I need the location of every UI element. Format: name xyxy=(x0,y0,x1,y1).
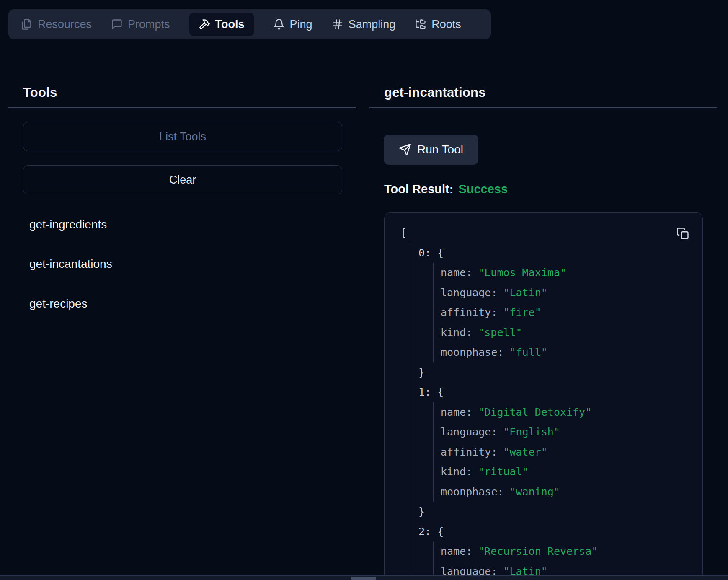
message-square-icon xyxy=(111,18,123,30)
json-key: name: xyxy=(441,267,472,279)
tab-prompts[interactable]: Prompts xyxy=(111,18,170,31)
send-icon xyxy=(399,143,411,156)
list-tools-button[interactable]: List Tools xyxy=(23,122,342,151)
tab-tools[interactable]: Tools xyxy=(189,13,254,36)
json-value: "Latin" xyxy=(503,287,547,299)
right-panel-divider xyxy=(369,107,717,108)
tool-result-label: Tool Result: xyxy=(384,182,453,196)
json-line: affinity:"fire" xyxy=(441,303,702,323)
json-line: name:"Digital Detoxify" xyxy=(441,402,702,422)
json-key: moonphase: xyxy=(441,346,504,358)
json-line: moonphase:"waning" xyxy=(441,482,702,502)
selected-tool-title: get-incantations xyxy=(384,85,486,100)
status-badge: Success xyxy=(458,182,508,196)
json-open-bracket[interactable]: [ xyxy=(400,223,702,243)
clear-button[interactable]: Clear xyxy=(23,165,342,194)
bell-icon xyxy=(273,18,285,30)
folder-tree-icon xyxy=(415,18,426,30)
json-key: language: xyxy=(441,426,497,438)
json-value: "Digital Detoxify" xyxy=(478,406,591,418)
run-tool-button[interactable]: Run Tool xyxy=(384,135,478,165)
json-item-1-toggle[interactable]: 1: { xyxy=(418,382,702,402)
tab-label: Ping xyxy=(290,18,312,31)
json-key: kind: xyxy=(441,326,472,339)
json-key: moonphase: xyxy=(441,486,504,498)
hammer-icon xyxy=(199,18,210,30)
tools-panel-title: Tools xyxy=(23,85,57,100)
json-line: kind:"spell" xyxy=(441,323,702,343)
tab-label: Roots xyxy=(431,18,461,31)
tab-ping[interactable]: Ping xyxy=(273,18,312,31)
json-line: kind:"ritual" xyxy=(441,462,702,482)
tool-list-item-get-ingredients[interactable]: get-ingredients xyxy=(29,216,107,233)
json-key: kind: xyxy=(441,466,472,478)
tab-sampling[interactable]: Sampling xyxy=(332,18,396,31)
json-value: "ritual" xyxy=(478,466,528,478)
json-line: name:"Recursion Reversa" xyxy=(441,541,702,562)
tab-label: Sampling xyxy=(349,18,396,31)
json-close-brace: } xyxy=(418,362,702,383)
json-value: "water" xyxy=(503,446,547,458)
run-tool-label: Run Tool xyxy=(417,143,463,156)
copy-icon[interactable] xyxy=(676,227,689,240)
left-panel-divider xyxy=(8,107,356,108)
json-key: name: xyxy=(441,406,472,418)
json-line: language:"English" xyxy=(441,422,702,442)
tool-result-line: Tool Result:Success xyxy=(384,182,508,196)
json-line: name:"Lumos Maxima" xyxy=(441,263,702,283)
json-value: "full" xyxy=(510,346,547,358)
hash-icon xyxy=(332,18,343,30)
tab-label: Resources xyxy=(38,18,92,31)
tool-list-item-get-incantations[interactable]: get-incantations xyxy=(29,256,112,272)
tab-roots[interactable]: Roots xyxy=(415,18,461,31)
horizontal-scrollbar[interactable] xyxy=(0,575,728,580)
top-navbar: Resources Prompts Tools Ping Sampling Ro… xyxy=(8,9,491,39)
tab-label: Tools xyxy=(215,18,245,31)
json-tree: [ 0: { name:"Lumos Maxima" language:"Lat… xyxy=(385,213,702,580)
json-value: "Lumos Maxima" xyxy=(478,267,566,279)
json-item-0-toggle[interactable]: 0: { xyxy=(418,243,702,263)
json-value: "Recursion Reversa" xyxy=(478,545,598,557)
json-line: moonphase:"full" xyxy=(441,342,702,362)
json-item-2-toggle[interactable]: 2: { xyxy=(418,522,702,542)
tab-label: Prompts xyxy=(128,18,170,31)
json-close-brace: } xyxy=(418,502,702,522)
json-key: name: xyxy=(441,545,472,557)
tool-list-item-get-recipes[interactable]: get-recipes xyxy=(29,295,88,312)
json-value: "waning" xyxy=(510,486,560,498)
json-key: language: xyxy=(441,287,497,299)
json-value: "fire" xyxy=(503,306,541,318)
json-result-viewer: [ 0: { name:"Lumos Maxima" language:"Lat… xyxy=(384,212,703,580)
tab-resources[interactable]: Resources xyxy=(21,18,92,31)
json-value: "English" xyxy=(503,426,560,438)
json-value: "spell" xyxy=(478,326,522,339)
horizontal-scrollbar-thumb[interactable] xyxy=(351,577,376,580)
files-icon xyxy=(21,18,33,30)
json-key: affinity: xyxy=(441,306,497,318)
json-line: language:"Latin" xyxy=(441,283,702,303)
json-key: affinity: xyxy=(441,446,497,458)
json-line: affinity:"water" xyxy=(441,442,702,462)
